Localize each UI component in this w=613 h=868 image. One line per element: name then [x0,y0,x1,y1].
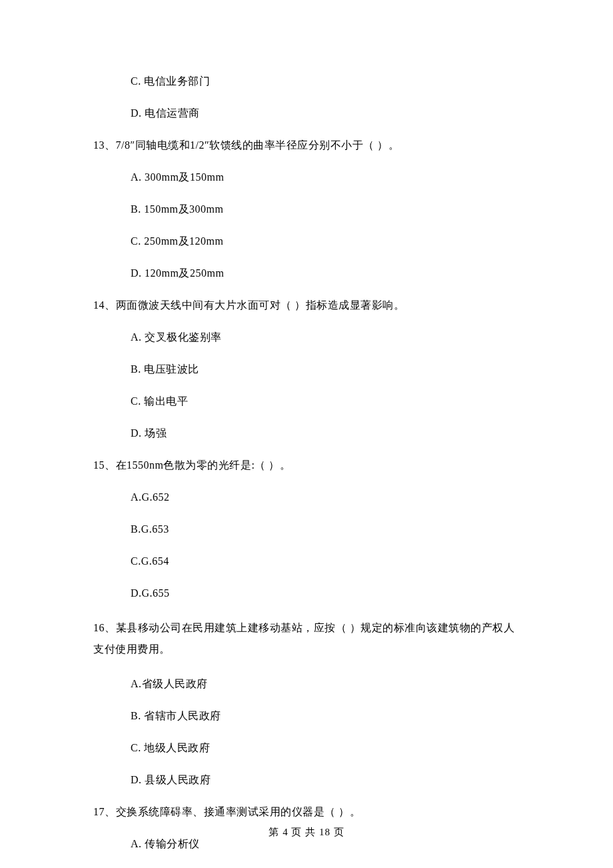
option-d: D. 电信运营商 [93,105,520,121]
option-a: A.G.652 [93,489,520,505]
option-c: C. 输出电平 [93,393,520,409]
option-a: A. 300mm及150mm [93,169,520,185]
option-b: B. 150mm及300mm [93,201,520,217]
option-c: C. 地级人民政府 [93,740,520,756]
option-b: B. 省辖市人民政府 [93,708,520,724]
option-c: C. 电信业务部门 [93,73,520,89]
option-a: A. 交叉极化鉴别率 [93,329,520,345]
option-b: B. 电压驻波比 [93,361,520,377]
page-footer: 第 4 页 共 18 页 [0,826,613,839]
document-body: C. 电信业务部门 D. 电信运营商 13、7/8″同轴电缆和1/2″软馈线的曲… [0,0,613,852]
option-c: C.G.654 [93,553,520,569]
option-d: D. 场强 [93,425,520,441]
question-16: 16、某县移动公司在民用建筑上建移动基站，应按（ ）规定的标准向该建筑物的产权人… [93,617,520,660]
question-17: 17、交换系统障碍率、接通率测试采用的仪器是（ ）。 [93,804,520,820]
option-a: A.省级人民政府 [93,676,520,692]
option-d: D.G.655 [93,585,520,601]
option-c: C. 250mm及120mm [93,233,520,249]
question-15: 15、在1550nm色散为零的光纤是:（ ）。 [93,457,520,473]
option-d: D. 县级人民政府 [93,772,520,788]
question-13: 13、7/8″同轴电缆和1/2″软馈线的曲率半径应分别不小于（ ）。 [93,137,520,153]
option-d: D. 120mm及250mm [93,265,520,281]
option-b: B.G.653 [93,521,520,537]
question-14: 14、两面微波天线中间有大片水面可对（ ）指标造成显著影响。 [93,297,520,313]
